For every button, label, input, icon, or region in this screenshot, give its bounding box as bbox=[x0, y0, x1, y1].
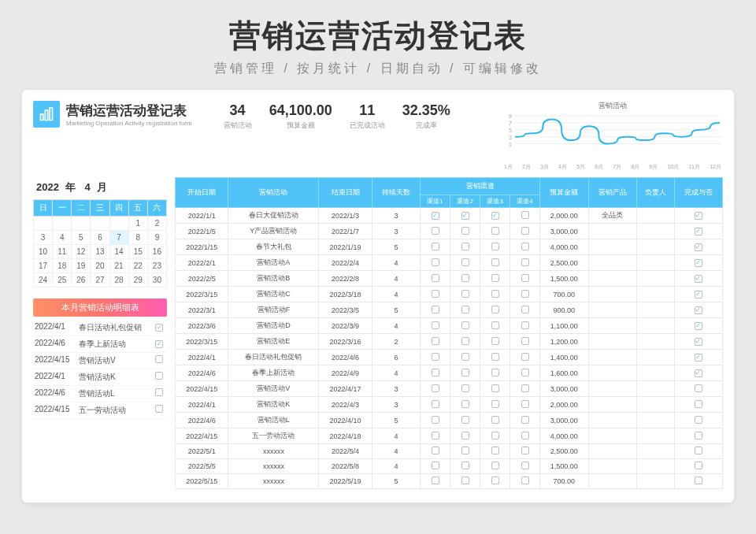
checkbox-icon[interactable] bbox=[491, 416, 499, 424]
col-activity[interactable]: 营销活动 bbox=[228, 178, 319, 208]
checkbox-icon[interactable] bbox=[521, 274, 529, 282]
checkbox-icon[interactable] bbox=[432, 477, 439, 484]
calendar-day[interactable]: 25 bbox=[53, 273, 72, 287]
checkbox-icon[interactable] bbox=[521, 400, 529, 408]
checkbox-icon[interactable] bbox=[521, 462, 529, 469]
checkbox-icon[interactable] bbox=[491, 274, 499, 282]
checkbox-icon[interactable] bbox=[461, 462, 469, 469]
col-done[interactable]: 完成与否 bbox=[674, 178, 722, 208]
checkbox-icon[interactable] bbox=[155, 388, 163, 396]
checkbox-icon[interactable] bbox=[461, 321, 469, 329]
calendar-day[interactable]: 6 bbox=[91, 231, 109, 245]
col-ch1[interactable]: 渠道1 bbox=[421, 195, 450, 208]
calendar-day[interactable]: 22 bbox=[128, 259, 147, 273]
checkbox-icon[interactable] bbox=[695, 447, 702, 454]
checkbox-icon[interactable] bbox=[695, 306, 702, 314]
checkbox-icon[interactable] bbox=[695, 259, 702, 267]
table-row[interactable]: 2022/1/1春日大促销活动2022/1/33 2,000.00全品类 bbox=[176, 208, 723, 224]
checkbox-icon[interactable] bbox=[521, 243, 529, 250]
table-row[interactable]: 2022/4/6营销活动L2022/4/105 3,000.00 bbox=[176, 413, 723, 428]
calendar-day[interactable]: 8 bbox=[128, 231, 147, 245]
checkbox-icon[interactable] bbox=[155, 372, 163, 380]
checkbox-icon[interactable] bbox=[521, 384, 529, 392]
checkbox-icon[interactable] bbox=[461, 432, 469, 439]
checkbox-icon[interactable] bbox=[461, 416, 469, 424]
table-row[interactable]: 2022/3/6营销活动D2022/3/94 1,100.00 bbox=[176, 318, 723, 334]
checkbox-icon[interactable] bbox=[521, 432, 529, 439]
calendar[interactable]: 日一二三四五六123456789101112131415161718192021… bbox=[33, 199, 167, 287]
checkbox-icon[interactable] bbox=[521, 477, 529, 484]
calendar-day[interactable]: 7 bbox=[109, 231, 128, 245]
col-ch4[interactable]: 渠道4 bbox=[510, 195, 540, 208]
calendar-day[interactable]: 17 bbox=[34, 259, 53, 273]
checkbox-icon[interactable] bbox=[695, 243, 702, 251]
calendar-day[interactable]: 15 bbox=[128, 245, 147, 259]
checkbox-icon[interactable] bbox=[491, 306, 499, 313]
calendar-day[interactable]: 10 bbox=[34, 245, 53, 259]
checkbox-icon[interactable] bbox=[521, 306, 529, 313]
checkbox-icon[interactable] bbox=[155, 355, 163, 363]
checkbox-icon[interactable] bbox=[695, 322, 702, 330]
table-row[interactable]: 2022/4/1营销活动K2022/4/33 2,000.00 bbox=[176, 397, 723, 413]
calendar-day[interactable]: 12 bbox=[72, 245, 91, 259]
checkbox-icon[interactable] bbox=[461, 353, 469, 361]
calendar-day[interactable]: 29 bbox=[128, 273, 147, 287]
calendar-day[interactable]: 19 bbox=[72, 259, 91, 273]
checkbox-icon[interactable] bbox=[432, 306, 439, 313]
calendar-day[interactable]: 3 bbox=[34, 231, 53, 245]
col-start[interactable]: 开始日期 bbox=[176, 178, 228, 208]
calendar-day[interactable] bbox=[109, 217, 128, 231]
checkbox-icon[interactable] bbox=[491, 321, 499, 329]
col-product[interactable]: 营销产品 bbox=[588, 178, 636, 208]
table-row[interactable]: 2022/4/6春季上新活动2022/4/94 1,600.00 bbox=[176, 365, 723, 381]
calendar-day[interactable]: 24 bbox=[34, 273, 53, 287]
checkbox-icon[interactable] bbox=[461, 384, 469, 392]
checkbox-icon[interactable] bbox=[491, 290, 499, 298]
checkbox-icon[interactable] bbox=[461, 337, 469, 345]
checkbox-icon[interactable] bbox=[461, 227, 469, 235]
checkbox-icon[interactable] bbox=[155, 324, 163, 332]
calendar-day[interactable] bbox=[34, 217, 53, 231]
checkbox-icon[interactable] bbox=[695, 462, 702, 469]
checkbox-icon[interactable] bbox=[521, 447, 529, 454]
checkbox-icon[interactable] bbox=[491, 227, 499, 235]
table-row[interactable]: 2022/5/15xxxxxx2022/5/195 700.00 bbox=[176, 474, 723, 489]
calendar-day[interactable]: 13 bbox=[91, 245, 109, 259]
checkbox-icon[interactable] bbox=[491, 243, 499, 250]
checkbox-icon[interactable] bbox=[695, 275, 702, 283]
table-row[interactable]: 2022/3/15营销活动E2022/3/162 1,200.00 bbox=[176, 334, 723, 350]
checkbox-icon[interactable] bbox=[432, 321, 439, 329]
table-row[interactable]: 2022/1/15春节大礼包2022/1/195 4,000.00 bbox=[176, 239, 723, 255]
col-ch2[interactable]: 渠道2 bbox=[450, 195, 480, 208]
calendar-day[interactable]: 27 bbox=[91, 273, 109, 287]
checkbox-icon[interactable] bbox=[432, 447, 439, 454]
main-table[interactable]: 开始日期 营销活动 结束日期 持续天数 营销渠道 预算金额 营销产品 负责人 完… bbox=[175, 177, 723, 489]
checkbox-icon[interactable] bbox=[695, 432, 702, 439]
checkbox-icon[interactable] bbox=[432, 227, 439, 235]
calendar-day[interactable]: 30 bbox=[147, 273, 166, 287]
calendar-day[interactable]: 2 bbox=[147, 217, 166, 231]
checkbox-icon[interactable] bbox=[432, 274, 439, 282]
checkbox-icon[interactable] bbox=[432, 258, 439, 266]
calendar-day[interactable]: 5 bbox=[72, 231, 91, 245]
checkbox-icon[interactable] bbox=[461, 477, 469, 484]
table-row[interactable]: 2022/5/1xxxxxx2022/5/44 2,500.00 bbox=[176, 444, 723, 459]
checkbox-icon[interactable] bbox=[155, 405, 163, 413]
calendar-day[interactable] bbox=[72, 217, 91, 231]
checkbox-icon[interactable] bbox=[491, 258, 499, 266]
checkbox-icon[interactable] bbox=[521, 369, 529, 376]
checkbox-icon[interactable] bbox=[491, 462, 499, 469]
checkbox-icon[interactable] bbox=[432, 290, 439, 298]
checkbox-icon[interactable] bbox=[521, 290, 529, 298]
checkbox-icon[interactable] bbox=[461, 290, 469, 298]
checkbox-icon[interactable] bbox=[695, 291, 702, 299]
checkbox-icon[interactable] bbox=[695, 477, 702, 484]
checkbox-icon[interactable] bbox=[521, 416, 529, 424]
table-row[interactable]: 2022/2/5营销活动B2022/2/84 1,500.00 bbox=[176, 271, 723, 287]
checkbox-icon[interactable] bbox=[695, 400, 702, 408]
checkbox-icon[interactable] bbox=[521, 337, 529, 345]
table-row[interactable]: 2022/3/1营销活动F2022/3/55 900.00 bbox=[176, 302, 723, 318]
checkbox-icon[interactable] bbox=[521, 321, 529, 329]
col-owner[interactable]: 负责人 bbox=[636, 178, 674, 208]
checkbox-icon[interactable] bbox=[491, 432, 499, 439]
